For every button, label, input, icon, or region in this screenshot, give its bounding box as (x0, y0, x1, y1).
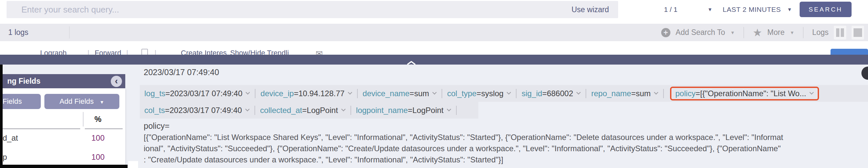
log-field-chip[interactable]: collected_at=LogPoint (260, 106, 346, 115)
field-value: LogPoint (412, 106, 443, 115)
policy-field-label: policy= (144, 121, 169, 131)
select-fields-button[interactable]: t Fields (3, 94, 41, 109)
field-name: policy (675, 89, 695, 98)
chart-control-label[interactable]: Show/Hide Trendli (230, 49, 289, 55)
divider (69, 26, 70, 38)
divider: | (126, 49, 128, 55)
log-field-chip[interactable]: log_ts=2023/03/17 07:49:40 (144, 89, 250, 98)
time-range-caret-icon[interactable]: ▼ (787, 0, 792, 19)
interesting-fields-header: ng Fields ‹ (3, 74, 125, 88)
chevron-down-icon (341, 107, 346, 111)
log-timestamp: 2023/03/17 07:49:40 (144, 67, 219, 77)
collapse-panel-button[interactable]: ‹ (111, 76, 122, 87)
divider (743, 27, 744, 38)
equals-sign: = (165, 89, 170, 98)
search-placeholder: Enter your search query... (21, 5, 119, 15)
field-name: repo_name (591, 89, 631, 98)
field-name: sig_id (522, 89, 542, 98)
envelope-icon[interactable]: ✉ (316, 49, 323, 55)
field-value: sum (414, 89, 429, 98)
log-field-chip[interactable]: logpoint_name=LogPoint (356, 106, 451, 115)
field-row-label: p (3, 152, 7, 162)
divider (350, 106, 351, 115)
split-view-icon[interactable] (834, 26, 846, 39)
chart-control-label[interactable]: Forward (95, 49, 121, 55)
equals-sign: = (631, 89, 636, 98)
add-fields-button[interactable]: Add Fields▼ (44, 94, 119, 109)
histogram-collapsed-bar (0, 55, 868, 64)
chart-control-label[interactable]: Create Interes (181, 49, 226, 55)
percent-column-header: % (87, 115, 110, 124)
chevron-down-icon (432, 90, 437, 94)
equals-sign: = (294, 89, 299, 98)
field-value: 10.94.128.77 (299, 89, 345, 98)
equals-sign: = (302, 106, 307, 115)
field-name: device_name (363, 89, 410, 98)
field-name: col_ts (144, 106, 165, 115)
log-field-chip[interactable]: repo_name=sum (591, 89, 658, 98)
chevron-down-icon (809, 90, 814, 94)
field-row-label: d_at (3, 133, 18, 143)
field-value: [{"OperationName": "List Wo... (700, 89, 806, 98)
chevron-down-icon (577, 90, 581, 94)
add-search-to-button[interactable]: Add Search To (676, 28, 725, 37)
field-value: 2023/03/17 07:49:40 (170, 89, 242, 98)
divider (663, 89, 664, 98)
use-wizard-link[interactable]: Use wizard (571, 5, 609, 14)
field-row-percent[interactable]: 100 (83, 133, 113, 143)
field-name: collected_at (260, 106, 302, 115)
field-name: logpoint_name (356, 106, 408, 115)
equals-sign: = (408, 106, 412, 115)
log-field-chip[interactable]: col_ts=2023/03/17 07:49:40 (144, 106, 250, 115)
time-range-selector[interactable]: LAST 2 MINUTES (723, 0, 781, 19)
field-value: 686002 (547, 89, 573, 98)
log-count: 1 logs (8, 24, 28, 41)
add-fields-caret-icon: ▼ (100, 100, 104, 105)
partial-blue-button[interactable] (831, 49, 868, 55)
page-dropdown-caret-icon[interactable]: ▼ (708, 0, 712, 19)
more-caret-icon[interactable]: ▼ (790, 30, 794, 35)
divider (456, 106, 457, 115)
more-button[interactable]: More (767, 28, 784, 37)
divider: | (155, 49, 156, 55)
log-field-chip[interactable]: device_name=sum (363, 89, 437, 98)
pagination-indicator: 1 / 1 (656, 0, 685, 19)
field-row-percent[interactable]: 100 (83, 152, 113, 162)
divider (516, 89, 517, 98)
policy-json-line: : "Create/Update datasources under a wor… (144, 154, 867, 165)
field-name: col_type (447, 89, 476, 98)
plus-circle-icon[interactable]: + (661, 28, 671, 37)
equals-sign: = (165, 106, 169, 115)
field-value: sum (636, 89, 651, 98)
search-button[interactable]: SEARCH (800, 2, 851, 17)
log-field-chip[interactable]: col_type=syslog (447, 89, 511, 98)
log-fields-row: col_ts=2023/03/17 07:49:40collected_at=L… (140, 102, 478, 119)
chevron-down-icon (507, 90, 511, 94)
divider: | (88, 49, 89, 55)
log-field-chip[interactable]: device_ip=10.94.128.77 (260, 89, 352, 98)
equals-sign: = (542, 89, 547, 98)
divider (586, 89, 586, 98)
field-value: LogPoint (307, 106, 338, 115)
add-search-to-caret-icon[interactable]: ▼ (730, 30, 735, 35)
window-edge (0, 165, 128, 168)
chevron-down-icon (348, 90, 352, 94)
star-icon[interactable]: ★ (753, 26, 762, 39)
field-value: syslog (481, 89, 503, 98)
logs-view-label: Logs (812, 28, 829, 37)
log-field-chip[interactable]: sig_id=686002 (522, 89, 581, 98)
divider (3, 129, 80, 129)
window-edge (0, 64, 3, 168)
full-view-icon[interactable] (851, 26, 864, 39)
equals-sign: = (695, 89, 700, 98)
checkbox-icon[interactable] (142, 49, 148, 55)
log-field-chip[interactable]: policy=[{"OperationName": "List Wo... (670, 87, 819, 101)
search-bar: Enter your search query... Use wizard 1 … (0, 0, 868, 21)
policy-json-text: [{"OperationName": "List Workspace Share… (144, 132, 867, 165)
search-input[interactable]: Enter your search query... Use wizard (7, 1, 618, 18)
field-value: 2023/03/17 07:49:40 (169, 106, 242, 115)
edge-bubble (861, 66, 868, 80)
chart-control-label[interactable]: Lograph (40, 49, 67, 55)
window-edge (128, 161, 138, 168)
field-name: device_ip (260, 89, 293, 98)
